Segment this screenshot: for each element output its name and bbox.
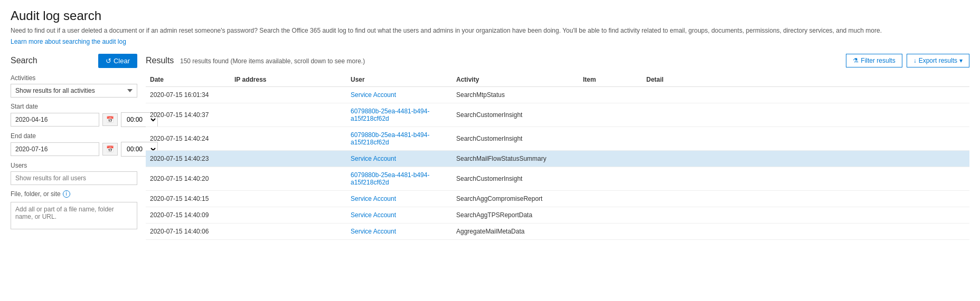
cell-ip [230,207,346,223]
activities-label: Activities [11,74,137,82]
end-date-input[interactable] [11,142,99,156]
search-header: Search ↺ Clear [11,54,137,68]
cell-date: 2020-07-15 14:40:06 [146,223,230,239]
cell-item [579,190,642,207]
table-row[interactable]: 2020-07-15 14:40:206079880b-25ea-4481-b4… [146,167,969,190]
calendar-icon: 📅 [106,116,114,123]
col-header-user: User [346,73,452,87]
users-label: Users [11,162,137,169]
search-panel: Search ↺ Clear Activities Show results f… [11,54,146,240]
cell-item [579,223,642,239]
cell-item [579,127,642,150]
cell-detail [642,223,969,239]
results-table: Date IP address User Activity Item Detai… [146,73,969,240]
start-date-input[interactable] [11,113,99,127]
cell-ip [230,86,346,103]
learn-more-link[interactable]: Learn more about searching the audit log [11,38,126,45]
calendar-icon-end: 📅 [106,145,114,153]
cell-user[interactable]: Service Account [346,86,452,103]
start-date-label: Start date [11,103,137,110]
table-row[interactable]: 2020-07-15 14:40:23Service AccountSearch… [146,150,969,167]
cell-date: 2020-07-15 16:01:34 [146,86,230,103]
cell-activity: SearchCustomerInsight [452,103,579,127]
cell-user[interactable]: 6079880b-25ea-4481-b494-a15f218cf62d [346,103,452,127]
cell-item [579,167,642,190]
end-date-calendar-button[interactable]: 📅 [102,143,118,156]
table-row[interactable]: 2020-07-15 14:40:09Service AccountSearch… [146,207,969,223]
info-icon[interactable]: i [63,190,70,198]
end-date-label: End date [11,132,137,140]
cell-detail [642,127,969,150]
filter-button-label: Filter results [861,57,895,64]
main-layout: Search ↺ Clear Activities Show results f… [11,54,969,240]
cell-detail [642,86,969,103]
cell-detail [642,190,969,207]
file-input[interactable] [11,202,137,229]
end-date-row: 📅 00:00 [11,142,137,157]
cell-detail [642,150,969,167]
page-title: Audit log search [11,8,969,23]
cell-date: 2020-07-15 14:40:37 [146,103,230,127]
filter-icon: ⚗ [853,57,859,64]
file-folder-label: File, folder, or site [11,190,61,198]
cell-user[interactable]: Service Account [346,150,452,167]
cell-ip [230,150,346,167]
results-table-wrapper: Date IP address User Activity Item Detai… [146,73,969,240]
cell-detail [642,103,969,127]
cell-activity: SearchCustomerInsight [452,167,579,190]
table-row[interactable]: 2020-07-15 14:40:246079880b-25ea-4481-b4… [146,127,969,150]
table-header: Date IP address User Activity Item Detai… [146,73,969,87]
start-date-row: 📅 00:00 [11,112,137,127]
page-container: Audit log search Need to find out if a u… [0,0,980,248]
cell-ip [230,103,346,127]
col-header-ip: IP address [230,73,346,87]
col-header-item: Item [579,73,642,87]
cell-detail [642,167,969,190]
cell-user[interactable]: Service Account [346,207,452,223]
refresh-icon: ↺ [106,57,111,65]
col-header-detail: Detail [642,73,969,87]
cell-ip [230,190,346,207]
results-title: Results [146,56,174,65]
results-tbody: 2020-07-15 16:01:34Service AccountSearch… [146,86,969,239]
clear-button-label: Clear [114,57,130,65]
cell-detail [642,207,969,223]
page-description: Need to find out if a user deleted a doc… [11,26,969,35]
cell-date: 2020-07-15 14:40:24 [146,127,230,150]
cell-activity: SearchAggTPSReportData [452,207,579,223]
cell-user[interactable]: 6079880b-25ea-4481-b494-a15f218cf62d [346,167,452,190]
export-results-button[interactable]: ↓ Export results ▾ [907,54,969,67]
cell-date: 2020-07-15 14:40:09 [146,207,230,223]
file-label-row: File, folder, or site i [11,190,137,198]
cell-activity: SearchCustomerInsight [452,127,579,150]
cell-item [579,207,642,223]
results-count: 150 results found (More items available,… [180,57,365,65]
cell-ip [230,167,346,190]
cell-ip [230,223,346,239]
start-date-calendar-button[interactable]: 📅 [102,113,118,126]
table-row[interactable]: 2020-07-15 14:40:376079880b-25ea-4481-b4… [146,103,969,127]
cell-item [579,103,642,127]
activities-dropdown[interactable]: Show results for all activities [11,84,137,98]
search-label: Search [11,56,37,65]
cell-user[interactable]: Service Account [346,190,452,207]
table-row[interactable]: 2020-07-15 14:40:06Service AccountAggreg… [146,223,969,239]
filter-results-button[interactable]: ⚗ Filter results [846,54,902,67]
col-header-activity: Activity [452,73,579,87]
users-input[interactable] [11,171,137,185]
cell-item [579,86,642,103]
col-header-date: Date [146,73,230,87]
header-actions: ⚗ Filter results ↓ Export results ▾ [846,54,969,67]
clear-button[interactable]: ↺ Clear [98,54,137,68]
cell-user[interactable]: 6079880b-25ea-4481-b494-a15f218cf62d [346,127,452,150]
cell-user[interactable]: Service Account [346,223,452,239]
table-row[interactable]: 2020-07-15 14:40:15Service AccountSearch… [146,190,969,207]
results-panel: Results 150 results found (More items av… [146,54,969,240]
chevron-down-icon: ▾ [959,57,963,64]
cell-date: 2020-07-15 14:40:15 [146,190,230,207]
table-row[interactable]: 2020-07-15 16:01:34Service AccountSearch… [146,86,969,103]
cell-item [579,150,642,167]
cell-date: 2020-07-15 14:40:23 [146,150,230,167]
results-title-area: Results 150 results found (More items av… [146,56,365,65]
cell-activity: SearchAggCompromiseReport [452,190,579,207]
